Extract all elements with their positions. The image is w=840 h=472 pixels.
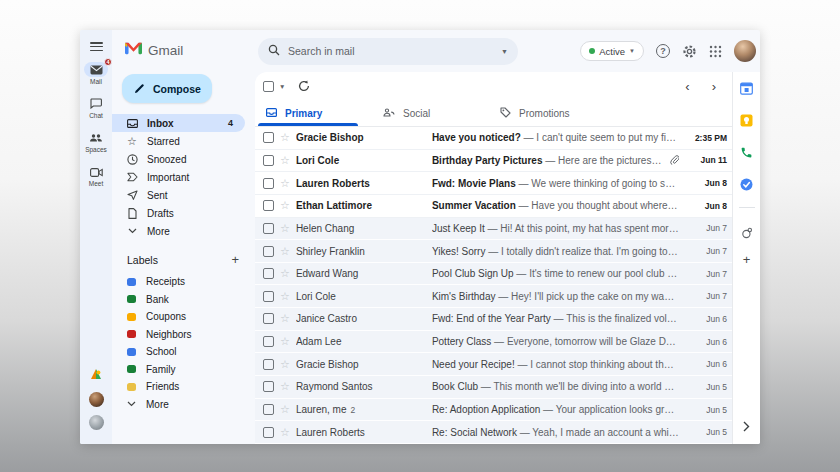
select-checkbox[interactable]: [263, 246, 274, 257]
star-icon[interactable]: ☆: [280, 427, 290, 438]
chat-icon: [90, 95, 102, 113]
select-checkbox[interactable]: [263, 268, 274, 279]
select-checkbox[interactable]: [263, 155, 274, 166]
refresh-icon[interactable]: [298, 80, 310, 92]
email-row[interactable]: ☆ Lauren Roberts Re: Social NetworkYeah,…: [255, 421, 732, 444]
email-row[interactable]: ☆ Helen Chang Just Keep ItHi! At this po…: [255, 218, 732, 241]
search-bar[interactable]: ▼: [258, 38, 518, 65]
select-checkbox[interactable]: [263, 404, 274, 415]
rail-item-meet[interactable]: Meet: [84, 164, 108, 187]
settings-gear-icon[interactable]: [682, 44, 697, 59]
star-icon[interactable]: ☆: [280, 223, 290, 234]
select-checkbox[interactable]: [263, 313, 274, 324]
select-all-checkbox[interactable]: [263, 81, 274, 92]
chat-contact-avatar[interactable]: [89, 392, 104, 407]
sidebar-item-drafts[interactable]: Drafts: [112, 204, 245, 222]
social-tab-icon: [383, 108, 395, 119]
compose-button[interactable]: Compose: [122, 74, 212, 103]
select-checkbox[interactable]: [263, 336, 274, 347]
search-input[interactable]: [288, 45, 493, 57]
select-checkbox[interactable]: [263, 291, 274, 302]
email-row[interactable]: ☆ Gracie Bishop Have you noticed?I can't…: [255, 127, 732, 150]
email-date: Jun 8: [685, 178, 727, 188]
label-item[interactable]: Receipts: [112, 273, 255, 291]
sidebar-item-inbox[interactable]: Inbox 4: [112, 114, 245, 132]
tab-primary[interactable]: Primary: [255, 100, 372, 126]
user-avatar[interactable]: [734, 40, 756, 62]
label-item[interactable]: Family: [112, 361, 255, 379]
status-selector[interactable]: Active ▼: [580, 41, 644, 61]
select-checkbox[interactable]: [263, 200, 274, 211]
chat-contact-avatar[interactable]: [89, 415, 104, 430]
tasks-icon[interactable]: [739, 177, 754, 192]
email-date: Jun 7: [685, 269, 727, 279]
sidebar-item-more[interactable]: More: [112, 222, 245, 240]
star-icon[interactable]: ☆: [280, 132, 290, 143]
sidebar-item-important[interactable]: Important: [112, 168, 245, 186]
tab-social[interactable]: Social: [372, 100, 489, 126]
sidebar-item-starred[interactable]: ☆ Starred: [112, 132, 245, 150]
top-bar: ▼ Active ▼ ?: [255, 30, 760, 72]
email-row[interactable]: ☆ Adam Lee Pottery ClassEveryone, tomorr…: [255, 331, 732, 354]
star-icon[interactable]: ☆: [280, 246, 290, 257]
star-icon[interactable]: ☆: [280, 155, 290, 166]
rail-item-mail[interactable]: 4 Mail: [84, 62, 108, 85]
label-item[interactable]: Neighbors: [112, 326, 255, 344]
email-row[interactable]: ☆ Gracie Bishop Need your Recipe!I canno…: [255, 353, 732, 376]
star-icon[interactable]: ☆: [280, 404, 290, 415]
select-checkbox[interactable]: [263, 132, 274, 143]
voice-icon[interactable]: [739, 145, 754, 160]
get-addons-icon[interactable]: +: [743, 253, 751, 266]
select-checkbox[interactable]: [263, 223, 274, 234]
labels-more[interactable]: More: [112, 396, 255, 414]
apps-grid-icon[interactable]: [709, 45, 722, 58]
older-page-icon[interactable]: ›: [712, 80, 716, 93]
category-tabs: Primary Social Promotions: [255, 100, 732, 127]
email-row[interactable]: ☆ Lauren Roberts Fwd: Movie PlansWe were…: [255, 172, 732, 195]
select-checkbox[interactable]: [263, 381, 274, 392]
star-icon[interactable]: ☆: [280, 291, 290, 302]
expand-panel-icon[interactable]: [743, 421, 750, 432]
tab-promotions[interactable]: Promotions: [489, 100, 606, 126]
star-icon[interactable]: ☆: [280, 336, 290, 347]
mail-icon: [90, 61, 103, 79]
sidebar-item-snoozed[interactable]: Snoozed: [112, 150, 245, 168]
email-sender: Lori Cole: [296, 155, 426, 166]
label-item[interactable]: Coupons: [112, 308, 255, 326]
label-item[interactable]: School: [112, 343, 255, 361]
email-row[interactable]: ☆ Lori Cole Kim's BirthdayHey! I'll pick…: [255, 285, 732, 308]
newer-page-icon[interactable]: ‹: [685, 80, 689, 93]
star-icon[interactable]: ☆: [280, 381, 290, 392]
star-icon[interactable]: ☆: [280, 200, 290, 211]
email-row[interactable]: ☆ Shirley Franklin Yikes! SorryI totally…: [255, 240, 732, 263]
calendar-icon[interactable]: [739, 81, 754, 96]
label-item[interactable]: Friends: [112, 378, 255, 396]
rail-item-chat[interactable]: Chat: [84, 96, 108, 119]
create-label-button[interactable]: +: [231, 253, 239, 266]
main-menu-icon[interactable]: [90, 42, 103, 51]
email-row[interactable]: ☆ Lori Cole Birthday Party PicturesHere …: [255, 150, 732, 173]
email-date: Jun 5: [685, 427, 727, 437]
email-row[interactable]: ☆ Raymond Santos Book ClubThis month we'…: [255, 376, 732, 399]
star-icon[interactable]: ☆: [280, 359, 290, 370]
search-options-caret-icon[interactable]: ▼: [501, 48, 508, 55]
star-icon[interactable]: ☆: [280, 178, 290, 189]
workspace-app-icon[interactable]: [90, 366, 103, 384]
keep-icon[interactable]: [739, 113, 754, 128]
rail-item-spaces[interactable]: Spaces: [84, 130, 108, 153]
select-caret-icon[interactable]: ▼: [279, 83, 285, 90]
addon-icon[interactable]: [739, 225, 754, 240]
label-item[interactable]: Bank: [112, 291, 255, 309]
help-icon[interactable]: ?: [656, 44, 670, 58]
star-icon[interactable]: ☆: [280, 313, 290, 324]
email-date: Jun 7: [685, 223, 727, 233]
select-checkbox[interactable]: [263, 178, 274, 189]
email-row[interactable]: ☆ Ethan Lattimore Summer VacationHave yo…: [255, 195, 732, 218]
sidebar-item-sent[interactable]: Sent: [112, 186, 245, 204]
select-checkbox[interactable]: [263, 359, 274, 370]
email-row[interactable]: ☆ Lauren, me 2 Re: Adoption ApplicationY…: [255, 399, 732, 422]
select-checkbox[interactable]: [263, 427, 274, 438]
star-icon[interactable]: ☆: [280, 268, 290, 279]
email-row[interactable]: ☆ Janice Castro Fwd: End of the Year Par…: [255, 308, 732, 331]
email-row[interactable]: ☆ Edward Wang Pool Club Sign UpIt's time…: [255, 263, 732, 286]
